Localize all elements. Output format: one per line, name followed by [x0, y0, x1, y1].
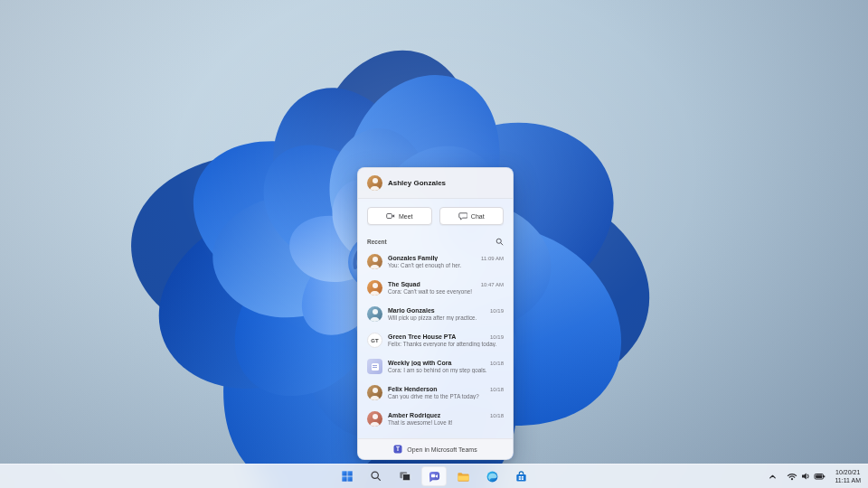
- avatar: [367, 254, 382, 269]
- recent-row: Recent: [358, 232, 513, 249]
- conversation-time: 10/18: [490, 361, 504, 366]
- system-tray: 10/20/21 11:11 AM: [764, 465, 864, 488]
- edge-button[interactable]: [479, 466, 505, 486]
- chevron-up-icon: [768, 472, 778, 482]
- conversation-name: Gonzales Family: [388, 255, 477, 261]
- list-item[interactable]: The Squad10:47 AM Cora: Can't wait to se…: [358, 275, 513, 301]
- taskbar: 10/20/21 11:11 AM: [0, 464, 868, 488]
- avatar: [367, 306, 382, 322]
- conversation-preview: Cora: Can't wait to see everyone!: [388, 288, 504, 295]
- open-in-teams-button[interactable]: T Open in Microsoft Teams: [358, 438, 513, 459]
- flyout-header: Ashley Gonzales: [358, 168, 513, 199]
- volume-icon: [800, 471, 811, 482]
- start-button[interactable]: [335, 466, 360, 486]
- conversation-text: The Squad10:47 AM Cora: Can't wait to se…: [388, 281, 504, 295]
- conversation-text: Gonzales Family11:09 AM You: Can't get e…: [388, 255, 504, 268]
- search-button-flyout[interactable]: [495, 238, 504, 246]
- battery-icon: [814, 471, 826, 482]
- conversation-text: Weekly jog with Cora10/18 Cora: I am so …: [388, 360, 504, 373]
- avatar: [367, 411, 382, 427]
- tray-time: 11:11 AM: [835, 476, 861, 484]
- tray-chevron-button[interactable]: [764, 466, 781, 486]
- search-taskbar-button[interactable]: [363, 466, 389, 486]
- conversation-name: The Squad: [388, 281, 477, 287]
- svg-text:T: T: [396, 446, 400, 452]
- teams-icon: T: [393, 445, 402, 454]
- search-icon: [495, 238, 504, 246]
- conversation-preview: Felix: Thanks everyone for attending tod…: [388, 341, 504, 347]
- chat-bubble-icon: [458, 211, 467, 221]
- store-button[interactable]: [508, 466, 533, 486]
- chat-button-label: Chat: [471, 213, 485, 220]
- clock[interactable]: 10/20/21 11:11 AM: [831, 466, 864, 486]
- conversation-time: 10/19: [490, 308, 504, 314]
- teams-chat-flyout: Ashley Gonzales Meet Chat Recent Gonzale…: [357, 167, 514, 460]
- avatar: [367, 385, 382, 400]
- calendar-icon: [367, 359, 382, 374]
- chat-taskbar-button[interactable]: [421, 466, 447, 486]
- conversation-time: 10/19: [490, 334, 504, 340]
- open-in-teams-label: Open in Microsoft Teams: [407, 446, 476, 453]
- avatar: [367, 280, 382, 296]
- task-view-icon: [399, 470, 411, 483]
- list-item[interactable]: Felix Henderson10/18 Can you drive me to…: [358, 380, 513, 406]
- avatar-initials: GT: [367, 333, 382, 348]
- conversation-preview: Cora: I am so behind on my step goals.: [388, 367, 504, 373]
- list-item[interactable]: Gonzales Family11:09 AM You: Can't get e…: [358, 249, 513, 275]
- conversation-preview: Will pick up pizza after my practice.: [388, 314, 504, 321]
- conversation-name: Felix Henderson: [388, 386, 486, 392]
- conversation-time: 11:09 AM: [481, 256, 504, 261]
- file-explorer-icon: [457, 470, 470, 483]
- network-volume-battery-button[interactable]: [783, 466, 829, 486]
- recent-label: Recent: [367, 239, 495, 245]
- conversation-name: Mario Gonzales: [388, 307, 486, 314]
- conversation-time: 10:47 AM: [481, 282, 504, 287]
- tray-date: 10/20/21: [835, 468, 860, 476]
- user-name: Ashley Gonzales: [388, 179, 446, 187]
- list-item[interactable]: Mario Gonzales10/19 Will pick up pizza a…: [358, 301, 513, 327]
- taskbar-center: [335, 465, 533, 488]
- chat-button-flyout[interactable]: Chat: [439, 207, 505, 225]
- list-item[interactable]: Amber Rodriguez10/18 That is awesome! Lo…: [358, 406, 513, 432]
- conversation-preview: You: Can't get enough of her.: [388, 262, 504, 268]
- meet-button[interactable]: Meet: [367, 207, 432, 225]
- search-icon: [370, 470, 382, 483]
- flyout-actions: Meet Chat: [358, 199, 513, 232]
- camera-icon: [386, 211, 395, 221]
- conversation-text: Amber Rodriguez10/18 That is awesome! Lo…: [388, 412, 504, 426]
- store-icon: [514, 470, 528, 483]
- user-avatar: [367, 175, 382, 191]
- conversation-name: Weekly jog with Cora: [388, 360, 486, 366]
- edge-icon: [486, 470, 499, 483]
- task-view-button[interactable]: [392, 466, 418, 486]
- conversation-text: Mario Gonzales10/19 Will pick up pizza a…: [388, 307, 504, 321]
- wifi-icon: [787, 471, 797, 482]
- conversation-name: Green Tree House PTA: [388, 333, 486, 340]
- conversation-text: Green Tree House PTA10/19 Felix: Thanks …: [388, 333, 504, 347]
- conversation-list: Gonzales Family11:09 AM You: Can't get e…: [358, 249, 513, 438]
- conversation-preview: Can you drive me to the PTA today?: [388, 393, 504, 399]
- conversation-name: Amber Rodriguez: [388, 412, 486, 418]
- conversation-time: 10/18: [490, 387, 504, 392]
- start-icon: [341, 470, 354, 483]
- list-item[interactable]: GT Green Tree House PTA10/19 Felix: Than…: [358, 327, 513, 353]
- conversation-preview: That is awesome! Love it!: [388, 419, 504, 426]
- chat-icon: [428, 470, 441, 483]
- file-explorer-button[interactable]: [450, 466, 476, 486]
- meet-button-label: Meet: [399, 213, 413, 220]
- list-item[interactable]: Weekly jog with Cora10/18 Cora: I am so …: [358, 353, 513, 380]
- conversation-text: Felix Henderson10/18 Can you drive me to…: [388, 386, 504, 399]
- conversation-time: 10/18: [490, 413, 504, 418]
